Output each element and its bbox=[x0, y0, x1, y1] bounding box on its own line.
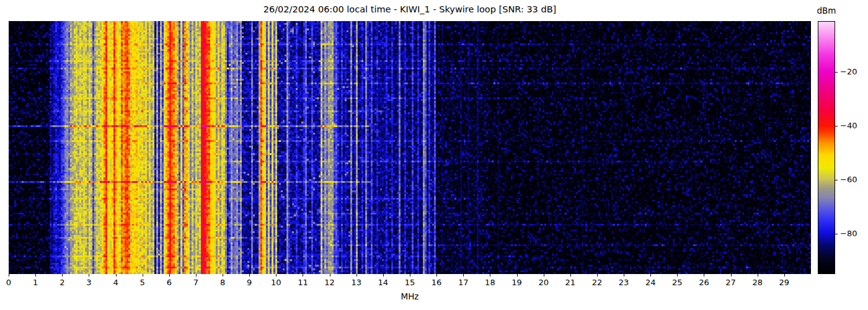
x-tick-label: 15 bbox=[399, 278, 421, 287]
x-tick-label: 1 bbox=[24, 278, 46, 287]
colorbar-tick-label: −80 bbox=[840, 229, 857, 238]
colorbar-tick-label: −40 bbox=[840, 121, 857, 130]
x-tick-label: 21 bbox=[559, 278, 582, 287]
x-tick-mark bbox=[356, 274, 357, 277]
x-tick-label: 19 bbox=[506, 278, 528, 287]
x-tick-mark bbox=[436, 274, 437, 277]
colorbar-gradient bbox=[818, 21, 835, 274]
x-tick-label: 22 bbox=[586, 278, 608, 287]
x-tick-label: 9 bbox=[238, 278, 260, 287]
x-tick-mark bbox=[169, 274, 170, 277]
x-tick-mark bbox=[704, 274, 704, 277]
x-tick-mark bbox=[62, 274, 63, 277]
x-tick-label: 17 bbox=[452, 278, 474, 287]
x-tick-mark bbox=[410, 274, 410, 277]
x-tick-label: 0 bbox=[0, 278, 20, 287]
colorbar-tick-mark bbox=[835, 72, 838, 73]
waterfall-heatmap bbox=[9, 21, 811, 274]
x-tick-mark bbox=[249, 274, 250, 277]
x-tick-mark bbox=[276, 274, 277, 277]
x-tick-label: 10 bbox=[265, 278, 287, 287]
x-tick-label: 26 bbox=[693, 278, 715, 287]
x-tick-label: 23 bbox=[613, 278, 635, 287]
x-tick-label: 25 bbox=[666, 278, 688, 287]
x-tick-mark bbox=[677, 274, 678, 277]
x-tick-mark bbox=[303, 274, 303, 277]
x-tick-label: 18 bbox=[479, 278, 501, 287]
x-tick-label: 12 bbox=[319, 278, 341, 287]
x-tick-mark bbox=[330, 274, 330, 277]
x-tick-label: 5 bbox=[131, 278, 154, 287]
x-tick-mark bbox=[196, 274, 197, 277]
x-tick-mark bbox=[650, 274, 651, 277]
x-tick-mark bbox=[597, 274, 598, 277]
spectrogram-figure: 26/02/2024 06:00 local time - KIWI_1 - S… bbox=[0, 0, 868, 310]
x-tick-mark bbox=[35, 274, 36, 277]
x-tick-label: 11 bbox=[291, 278, 314, 287]
colorbar-tick-mark bbox=[835, 126, 838, 126]
x-tick-mark bbox=[624, 274, 624, 277]
x-tick-label: 4 bbox=[105, 278, 127, 287]
x-tick-label: 7 bbox=[185, 278, 207, 287]
x-tick-mark bbox=[758, 274, 758, 277]
x-tick-mark bbox=[9, 274, 9, 277]
x-tick-mark bbox=[89, 274, 89, 277]
x-tick-label: 8 bbox=[211, 278, 234, 287]
chart-title: 26/02/2024 06:00 local time - KIWI_1 - S… bbox=[9, 4, 811, 14]
x-tick-label: 14 bbox=[372, 278, 394, 287]
x-tick-label: 13 bbox=[345, 278, 368, 287]
x-tick-label: 27 bbox=[720, 278, 742, 287]
x-tick-label: 29 bbox=[773, 278, 795, 287]
x-tick-label: 20 bbox=[533, 278, 555, 287]
x-tick-label: 2 bbox=[51, 278, 73, 287]
colorbar-ticks: −20−40−60−80 bbox=[835, 21, 866, 274]
x-tick-mark bbox=[223, 274, 223, 277]
x-tick-label: 16 bbox=[425, 278, 448, 287]
x-tick-mark bbox=[383, 274, 384, 277]
x-tick-mark bbox=[143, 274, 143, 277]
x-tick-mark bbox=[784, 274, 785, 277]
x-tick-mark bbox=[517, 274, 518, 277]
x-tick-mark bbox=[463, 274, 464, 277]
colorbar-tick-label: −20 bbox=[840, 67, 857, 76]
colorbar-tick-label: −60 bbox=[840, 175, 857, 184]
x-tick-mark bbox=[116, 274, 117, 277]
x-axis-label: MHz bbox=[9, 291, 811, 301]
x-tick-mark bbox=[490, 274, 490, 277]
colorbar-tick-mark bbox=[835, 180, 838, 180]
x-tick-label: 24 bbox=[639, 278, 662, 287]
x-tick-mark bbox=[731, 274, 732, 277]
x-tick-mark bbox=[544, 274, 544, 277]
x-axis: 0123456789101112131415161718192021222324… bbox=[9, 274, 815, 293]
x-tick-label: 6 bbox=[158, 278, 180, 287]
colorbar-tick-mark bbox=[835, 234, 838, 234]
colorbar-unit-label: dBm bbox=[812, 6, 841, 16]
x-tick-mark bbox=[570, 274, 571, 277]
x-tick-label: 28 bbox=[746, 278, 769, 287]
x-tick-label: 3 bbox=[78, 278, 100, 287]
